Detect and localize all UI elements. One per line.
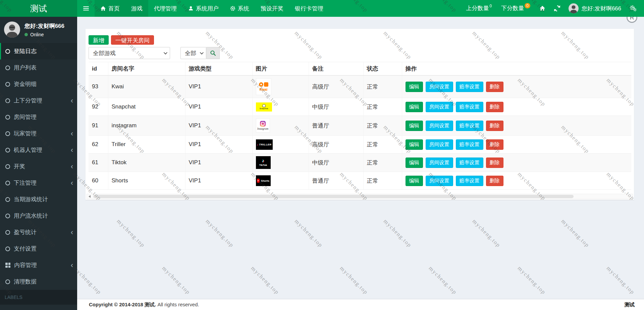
delete-button[interactable]: 删除 bbox=[486, 102, 503, 112]
nav-item-agent-manage[interactable]: 代理管理 bbox=[148, 0, 182, 17]
sidebar-item-bet-manage[interactable]: 下注管理‹ bbox=[0, 175, 77, 191]
sidebar-item-content-manage[interactable]: 内容管理‹ bbox=[0, 257, 77, 273]
game-filter-select[interactable]: 全部游戏 bbox=[89, 47, 170, 59]
circle-icon bbox=[5, 181, 10, 185]
scrollbar-thumb[interactable] bbox=[93, 195, 574, 198]
nav-item-system[interactable]: 系统 bbox=[224, 0, 255, 17]
edit-button[interactable]: 编辑 bbox=[406, 176, 423, 186]
cell-game-type: VIP1 bbox=[185, 116, 252, 136]
edit-button[interactable]: 编辑 bbox=[406, 102, 423, 112]
sidebar-item-label: 玩家管理 bbox=[14, 130, 67, 137]
chevron-left-icon: ‹ bbox=[71, 148, 73, 152]
brand-logo[interactable]: 测试 bbox=[0, 0, 77, 17]
circle-icon bbox=[5, 164, 10, 169]
cell-actions: 编辑房间设置赔率设置删除 bbox=[402, 172, 631, 190]
cell-room-name: Tiktok bbox=[108, 153, 185, 172]
room-settings-button[interactable]: 房间设置 bbox=[426, 121, 453, 131]
nav-item-system-users[interactable]: 系统用户 bbox=[182, 0, 224, 17]
scroll-left-arrow[interactable] bbox=[87, 194, 92, 199]
cell-status: 正常 bbox=[363, 116, 402, 136]
snapchat-logo: Snapchat bbox=[256, 102, 272, 112]
toggle-rooms-button[interactable]: 一键开关房间 bbox=[111, 35, 154, 45]
sidebar-item-current-game-stats[interactable]: 当期游戏统计 bbox=[0, 191, 77, 208]
sidebar-item-user-list[interactable]: 用户列表 bbox=[0, 59, 77, 76]
circle-icon bbox=[5, 279, 10, 284]
odds-settings-button[interactable]: 赔率设置 bbox=[456, 139, 483, 150]
sidebar-item-payment-settings[interactable]: 支付设置 bbox=[0, 240, 77, 257]
sidebar-item-user-flow-stats[interactable]: 用户流水统计 bbox=[0, 208, 77, 224]
refresh-icon[interactable] bbox=[550, 0, 565, 17]
sidebar: 您好:发财啊666 Online 登陆日志用户列表资金明细上下分管理‹房间管理玩… bbox=[0, 17, 77, 310]
delete-button[interactable]: 删除 bbox=[486, 176, 503, 186]
up-score-label: 上分数量 bbox=[466, 5, 489, 11]
home-icon[interactable] bbox=[535, 0, 550, 17]
sidebar-item-profit-stats[interactable]: 盈亏统计‹ bbox=[0, 224, 77, 240]
cell-image: Shorts bbox=[252, 172, 309, 190]
delete-button[interactable]: 删除 bbox=[486, 158, 503, 168]
sidebar-item-label: 房间管理 bbox=[14, 113, 73, 121]
edit-button[interactable]: 编辑 bbox=[406, 121, 423, 131]
user-icon bbox=[188, 6, 194, 11]
search-button[interactable] bbox=[206, 47, 220, 59]
circle-icon bbox=[5, 82, 10, 87]
scope-filter-select[interactable]: 全部 bbox=[180, 47, 206, 59]
room-settings-button[interactable]: 房间设置 bbox=[426, 102, 453, 112]
room-settings-button[interactable]: 房间设置 bbox=[426, 139, 453, 150]
cell-actions: 编辑房间设置赔率设置删除 bbox=[402, 76, 631, 98]
nav-item-label: 首页 bbox=[108, 5, 120, 12]
sidebar-item-player-manage[interactable]: 玩家管理‹ bbox=[0, 125, 77, 142]
sidebar-item-login-logs[interactable]: 登陆日志 bbox=[0, 43, 77, 59]
rooms-table: id房间名字游戏类型图片备注状态操作 93KwaiVIP1Kwai高级厅正常编辑… bbox=[89, 62, 631, 190]
delete-button[interactable]: 删除 bbox=[486, 121, 503, 131]
room-settings-button[interactable]: 房间设置 bbox=[426, 158, 453, 168]
room-settings-button[interactable]: 房间设置 bbox=[426, 176, 453, 186]
sidebar-item-label: 上下分管理 bbox=[14, 97, 67, 104]
cell-status: 正常 bbox=[363, 172, 402, 190]
nav-item-bank-card-manage[interactable]: 银行卡管理 bbox=[289, 0, 329, 17]
cell-status: 正常 bbox=[363, 76, 402, 98]
sidebar-item-robot-manage[interactable]: 机器人管理‹ bbox=[0, 142, 77, 158]
sidebar-item-label: 内容管理 bbox=[14, 261, 67, 269]
odds-settings-button[interactable]: 赔率设置 bbox=[456, 158, 483, 168]
delete-button[interactable]: 删除 bbox=[486, 139, 503, 150]
online-status-label[interactable]: Online bbox=[30, 32, 44, 37]
sidebar-menu: 登陆日志用户列表资金明细上下分管理‹房间管理玩家管理‹机器人管理‹开奖‹下注管理… bbox=[0, 43, 77, 290]
edit-button[interactable]: 编辑 bbox=[406, 158, 423, 168]
nav-item-home[interactable]: 首页 bbox=[95, 0, 125, 17]
sidebar-item-label: 用户列表 bbox=[14, 64, 73, 72]
sidebar-item-clean-data[interactable]: 清理数据 bbox=[0, 273, 77, 290]
edit-button[interactable]: 编辑 bbox=[406, 82, 423, 92]
column-header-4: 备注 bbox=[309, 62, 363, 76]
sidebar-toggle-button[interactable] bbox=[77, 0, 95, 17]
down-score-link[interactable]: 下分数量0 bbox=[496, 0, 535, 17]
cell-id: 60 bbox=[89, 172, 108, 190]
game-filter-value: 全部游戏 bbox=[93, 49, 116, 57]
edit-button[interactable]: 编辑 bbox=[406, 139, 423, 150]
sidebar-item-funds-detail[interactable]: 资金明细 bbox=[0, 76, 77, 92]
cogs-icon[interactable] bbox=[625, 0, 641, 17]
filter-row: 全部游戏 全部 bbox=[89, 47, 631, 59]
odds-settings-button[interactable]: 赔率设置 bbox=[456, 82, 483, 92]
nav-item-games[interactable]: 游戏 bbox=[125, 0, 148, 17]
up-score-link[interactable]: 上分数量0 bbox=[462, 0, 497, 17]
nav-item-label: 系统用户 bbox=[196, 5, 219, 12]
odds-settings-button[interactable]: 赔率设置 bbox=[456, 121, 483, 131]
circle-icon bbox=[5, 247, 10, 251]
nav-item-preset-lottery[interactable]: 预设开奖 bbox=[255, 0, 289, 17]
delete-button[interactable]: 删除 bbox=[486, 82, 503, 92]
column-header-1: 房间名字 bbox=[108, 62, 185, 76]
sidebar-item-lottery[interactable]: 开奖‹ bbox=[0, 158, 77, 175]
horizontal-scrollbar[interactable] bbox=[87, 194, 633, 199]
room-settings-button[interactable]: 房间设置 bbox=[426, 82, 453, 92]
navbar-user[interactable]: 您好:发财啊666 bbox=[565, 3, 625, 13]
odds-settings-button[interactable]: 赔率设置 bbox=[456, 176, 483, 186]
add-room-button[interactable]: 新增 bbox=[89, 35, 109, 45]
avatar bbox=[569, 3, 579, 13]
table-header-row: id房间名字游戏类型图片备注状态操作 bbox=[89, 62, 631, 76]
footer: Copyright © 2014-2018 测试. All rights res… bbox=[77, 299, 644, 310]
cell-actions: 编辑房间设置赔率设置删除 bbox=[402, 98, 631, 116]
sidebar-item-updown-manage[interactable]: 上下分管理‹ bbox=[0, 92, 77, 109]
sidebar-item-room-manage[interactable]: 房间管理 bbox=[0, 109, 77, 125]
odds-settings-button[interactable]: 赔率设置 bbox=[456, 102, 483, 112]
sidebar-labels-header: LABELS bbox=[0, 290, 77, 305]
